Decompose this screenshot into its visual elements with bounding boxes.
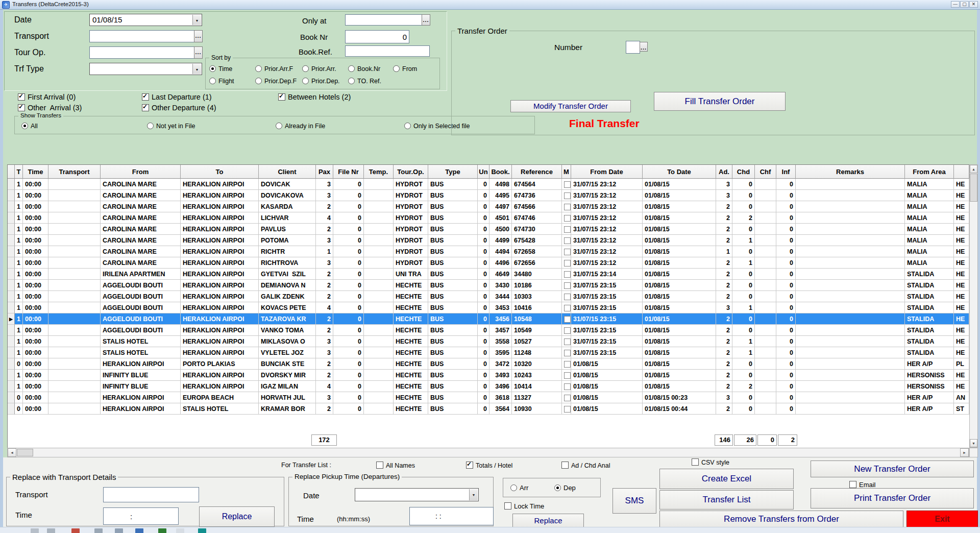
row-marker[interactable] bbox=[8, 347, 15, 358]
cell-book[interactable]: 3564 bbox=[489, 403, 512, 415]
all-names-checkbox[interactable]: All Names bbox=[376, 462, 415, 469]
cell-un[interactable]: 0 bbox=[478, 370, 489, 381]
cell-time[interactable]: 00:00 bbox=[23, 190, 48, 201]
cell-chf[interactable] bbox=[755, 392, 776, 403]
cell-remarks[interactable] bbox=[796, 246, 905, 257]
cell-pax[interactable]: 2 bbox=[316, 370, 333, 381]
cell-m[interactable] bbox=[562, 370, 571, 381]
cell-book[interactable]: 3444 bbox=[489, 291, 512, 302]
cell-transport[interactable] bbox=[48, 246, 101, 257]
horizontal-scrollbar[interactable]: ◄ ► bbox=[7, 448, 969, 457]
replace-pickup-button[interactable]: Replace bbox=[512, 514, 584, 528]
cell-tour-op[interactable]: HYDROT bbox=[394, 246, 428, 257]
cell-tour-op[interactable]: HECHTE bbox=[394, 291, 428, 302]
row-marker[interactable] bbox=[8, 291, 15, 302]
cell-to[interactable]: HERAKLION AIRPOI bbox=[181, 235, 259, 246]
table-row[interactable]: 100:00AGGELOUDI BOUTIHERAKLION AIRPOIKOV… bbox=[8, 302, 969, 313]
show-not-yet-in-file-radio[interactable]: Not yet in File bbox=[147, 123, 195, 130]
cell-t[interactable]: 1 bbox=[15, 336, 23, 347]
column-header-chd[interactable]: Chd bbox=[732, 165, 755, 179]
cell-transport[interactable] bbox=[48, 392, 101, 403]
cell-client[interactable]: VYLETEL JOZ bbox=[259, 347, 316, 358]
cell-un[interactable]: 0 bbox=[478, 212, 489, 224]
table-row[interactable]: ▶100:00AGGELOUDI BOUTIHERAKLION AIRPOITA… bbox=[8, 313, 969, 325]
cell-temp[interactable] bbox=[364, 235, 394, 246]
cell-to-date[interactable]: 01/08/15 bbox=[643, 224, 716, 235]
cell-ad[interactable]: 2 bbox=[716, 280, 732, 291]
cell-m[interactable] bbox=[562, 291, 571, 302]
cell-from-date[interactable]: 31/07/15 23:12 bbox=[571, 224, 643, 235]
cell-t[interactable]: 0 bbox=[15, 403, 23, 415]
cell-un[interactable]: 0 bbox=[478, 235, 489, 246]
cell-chd[interactable]: 1 bbox=[732, 347, 755, 358]
cell-book[interactable]: 3496 bbox=[489, 381, 512, 392]
cell-un[interactable]: 0 bbox=[478, 403, 489, 415]
chevron-down-icon[interactable] bbox=[469, 489, 478, 500]
table-row[interactable]: 000:00HERAKLION AIRPOISTALIS HOTELKRAMAR… bbox=[8, 403, 969, 415]
cell-transport[interactable] bbox=[48, 358, 101, 370]
table-row[interactable]: 100:00AGGELOUDI BOUTIHERAKLION AIRPOIGAL… bbox=[8, 291, 969, 302]
cell-to[interactable]: STALIS HOTEL bbox=[181, 403, 259, 415]
cell-book[interactable]: 3595 bbox=[489, 347, 512, 358]
cell-time[interactable]: 00:00 bbox=[23, 224, 48, 235]
cell-time[interactable]: 00:00 bbox=[23, 313, 48, 325]
transfer-order-number-input[interactable] bbox=[626, 41, 640, 54]
cell-chf[interactable] bbox=[755, 325, 776, 336]
cell-from[interactable]: CAROLINA MARE bbox=[101, 257, 181, 269]
cell-ad[interactable]: 2 bbox=[716, 201, 732, 212]
column-header-un[interactable]: Un bbox=[478, 165, 489, 179]
cell-from-date[interactable]: 31/07/15 23:14 bbox=[571, 269, 643, 280]
m-checkbox-icon[interactable] bbox=[564, 215, 571, 222]
column-header-from[interactable]: From bbox=[101, 165, 181, 179]
cell-from[interactable]: CAROLINA MARE bbox=[101, 246, 181, 257]
cell-inf[interactable]: 0 bbox=[776, 179, 796, 190]
cell-to-area[interactable]: HE bbox=[954, 336, 969, 347]
cell-pax[interactable]: 3 bbox=[316, 347, 333, 358]
cell-ad[interactable]: 2 bbox=[716, 257, 732, 269]
cell-transport[interactable] bbox=[48, 370, 101, 381]
cell-pax[interactable]: 2 bbox=[316, 224, 333, 235]
cell-from-area[interactable]: STALIDA bbox=[905, 269, 954, 280]
book-ref-input[interactable] bbox=[345, 45, 430, 57]
cell-type[interactable]: BUS bbox=[428, 280, 478, 291]
cell-un[interactable]: 0 bbox=[478, 280, 489, 291]
cell-book[interactable]: 3430 bbox=[489, 280, 512, 291]
cell-transport[interactable] bbox=[48, 280, 101, 291]
cell-to-area[interactable]: HE bbox=[954, 313, 969, 325]
cell-from-area[interactable]: MALIA bbox=[905, 257, 954, 269]
scroll-down-icon[interactable]: ▼ bbox=[970, 439, 977, 447]
table-row[interactable]: 100:00CAROLINA MAREHERAKLION AIRPOIDOVIC… bbox=[8, 179, 969, 190]
cell-to-date[interactable]: 01/08/15 bbox=[643, 201, 716, 212]
cell-chd[interactable]: 0 bbox=[732, 246, 755, 257]
cell-temp[interactable] bbox=[364, 224, 394, 235]
pickup-time-input[interactable] bbox=[409, 507, 494, 525]
cell-file-nr[interactable]: 0 bbox=[333, 201, 364, 212]
tour-op-ellipsis-button[interactable] bbox=[194, 46, 203, 59]
table-row[interactable]: 100:00CAROLINA MAREHERAKLION AIRPOIKASAR… bbox=[8, 201, 969, 212]
book-nr-input[interactable] bbox=[345, 30, 409, 43]
table-row[interactable]: 100:00STALIS HOTELHERAKLION AIRPOIVYLETE… bbox=[8, 347, 969, 358]
cell-inf[interactable]: 0 bbox=[776, 212, 796, 224]
m-checkbox-icon[interactable] bbox=[564, 237, 571, 244]
m-checkbox-icon[interactable] bbox=[564, 395, 571, 401]
table-row[interactable]: 100:00CAROLINA MAREHERAKLION AIRPOILICHV… bbox=[8, 212, 969, 224]
cell-to-date[interactable]: 01/08/15 bbox=[643, 280, 716, 291]
cell-chd[interactable]: 0 bbox=[732, 392, 755, 403]
cell-book[interactable]: 3453 bbox=[489, 302, 512, 313]
cell-tour-op[interactable]: HECHTE bbox=[394, 358, 428, 370]
cell-un[interactable]: 0 bbox=[478, 291, 489, 302]
cell-ad[interactable]: 2 bbox=[716, 403, 732, 415]
cell-chf[interactable] bbox=[755, 280, 776, 291]
cell-reference[interactable]: 11248 bbox=[512, 347, 562, 358]
cell-pax[interactable]: 4 bbox=[316, 212, 333, 224]
cell-transport[interactable] bbox=[48, 313, 101, 325]
cell-file-nr[interactable]: 0 bbox=[333, 313, 364, 325]
cell-chf[interactable] bbox=[755, 302, 776, 313]
taskbar-icon[interactable] bbox=[158, 528, 166, 533]
cell-pax[interactable]: 2 bbox=[316, 280, 333, 291]
cell-type[interactable]: BUS bbox=[428, 347, 478, 358]
vertical-scroll-thumb[interactable] bbox=[970, 174, 977, 202]
cell-temp[interactable] bbox=[364, 403, 394, 415]
cell-type[interactable]: BUS bbox=[428, 201, 478, 212]
cell-type[interactable]: BUS bbox=[428, 269, 478, 280]
